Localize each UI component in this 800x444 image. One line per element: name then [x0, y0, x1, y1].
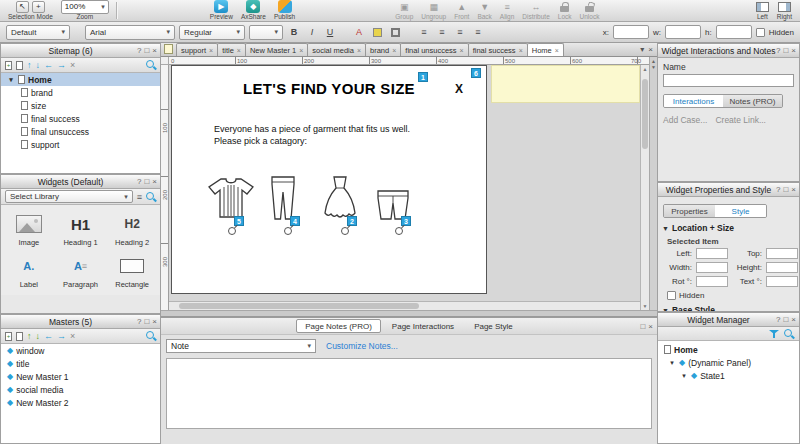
w-input[interactable] [665, 25, 701, 39]
height-field-input[interactable] [766, 262, 798, 273]
float-panel-icon[interactable]: □ [144, 317, 149, 326]
sitemap-item-brand[interactable]: brand [1, 86, 160, 99]
note-type-select[interactable]: Note ▾ [166, 339, 316, 353]
back-button[interactable]: ▼ Back [473, 0, 495, 21]
tab-page-interactions[interactable]: Page Interactions [383, 319, 463, 333]
indent-icon[interactable]: → [57, 60, 66, 70]
connector-mode-button[interactable]: + [32, 1, 45, 13]
text-color-icon[interactable]: A [352, 25, 366, 39]
style-preset-select[interactable]: Default ▾ [6, 25, 70, 40]
right-pane-toggle[interactable]: Right [773, 0, 796, 21]
tab-title[interactable]: title × [217, 43, 246, 56]
tab-notes-pro[interactable]: Notes (PRO) [723, 95, 782, 107]
wireframe-page[interactable]: LET'S FIND YOUR SIZE 1 X 6 Everyone has … [171, 65, 487, 294]
help-icon[interactable]: ? [137, 177, 141, 186]
add-folder-icon[interactable] [16, 332, 23, 341]
axshare-icon[interactable]: ◆ [246, 0, 260, 13]
master-item-window[interactable]: ◆ window [1, 344, 160, 357]
border-color-icon[interactable] [388, 25, 402, 39]
italic-icon[interactable]: I [305, 25, 319, 39]
wireframe-close-x[interactable]: X [455, 82, 463, 96]
radio-dress[interactable] [341, 227, 349, 235]
left-pane-toggle[interactable]: Left [752, 0, 773, 21]
add-folder-icon[interactable] [16, 61, 23, 70]
float-panel-icon[interactable]: □ [783, 46, 788, 55]
h-input[interactable] [716, 25, 752, 39]
scrollbar-thumb[interactable] [179, 303, 419, 309]
float-panel-icon[interactable]: □ [783, 185, 788, 194]
scroll-up-icon[interactable]: ▲ [641, 66, 649, 72]
width-field-input[interactable] [696, 262, 728, 273]
top-field-input[interactable] [766, 248, 798, 259]
tab-interactions[interactable]: Interactions [664, 95, 723, 107]
tab-support[interactable]: support × [176, 43, 218, 56]
align-left-icon[interactable]: ≡ [417, 25, 431, 39]
delete-page-icon[interactable]: × [70, 60, 75, 70]
delete-master-icon[interactable]: × [70, 331, 75, 341]
tab-brand[interactable]: brand × [365, 43, 401, 56]
close-panel-icon[interactable]: × [791, 185, 796, 194]
tab-properties[interactable]: Properties [664, 205, 715, 217]
fill-color-icon[interactable] [370, 25, 384, 39]
wireframe-body-text[interactable]: Everyone has a piece of garment that fit… [214, 123, 410, 147]
add-case-link[interactable]: Add Case... [663, 115, 707, 125]
distribute-button[interactable]: ↔ Distribute [518, 0, 553, 21]
tab-close-icon[interactable]: × [460, 47, 464, 54]
widget-label-widget[interactable]: A. Label [3, 250, 55, 292]
widget-name-input[interactable] [663, 74, 794, 87]
help-icon[interactable]: ? [776, 46, 780, 55]
dress-icon[interactable] [322, 176, 358, 220]
float-panel-icon[interactable]: □ [144, 177, 149, 186]
publish-icon[interactable] [278, 0, 292, 13]
x-input[interactable] [613, 25, 649, 39]
preview-icon[interactable]: ▶ [214, 0, 228, 13]
help-icon[interactable]: ? [776, 315, 780, 324]
tab-close-icon[interactable]: × [209, 47, 213, 54]
sitemap-item-final-unsuccess[interactable]: final unsuccess [1, 125, 160, 138]
outdent-icon[interactable]: ← [44, 331, 53, 341]
tab-close-icon[interactable]: × [357, 47, 361, 54]
expander-icon[interactable]: ▾ [680, 372, 688, 380]
float-panel-icon[interactable]: □ [144, 46, 149, 55]
widget-rectangle[interactable]: Rectangle [106, 250, 158, 292]
left-field-input[interactable] [696, 248, 728, 259]
scroll-down-icon[interactable]: ▼ [641, 303, 649, 309]
location-size-section[interactable]: ▼ Location + Size [662, 223, 795, 233]
selection-mode-button[interactable]: ↖ [16, 1, 29, 13]
close-panel-icon[interactable]: × [791, 315, 796, 324]
master-item-title[interactable]: ◆ title [1, 357, 160, 370]
master-item-new-master-1[interactable]: ◆ New Master 1 [1, 370, 160, 383]
zoom-select[interactable]: 100% ▾ [61, 0, 109, 14]
yellow-widget[interactable] [491, 65, 640, 103]
tshirt-icon[interactable] [208, 178, 254, 218]
rot-field-input[interactable] [696, 276, 728, 287]
close-panel-icon[interactable]: × [648, 322, 653, 331]
collapse-down-icon[interactable]: ▼ [651, 65, 656, 70]
move-down-icon[interactable]: ↓ [36, 60, 41, 70]
sitemap-item-size[interactable]: size [1, 99, 160, 112]
widget-heading-1[interactable]: H1 Heading 1 [55, 208, 107, 250]
master-item-social-media[interactable]: ◆ social media [1, 383, 160, 396]
ungroup-button[interactable]: ▦ Ungroup [417, 0, 450, 21]
bullet-list-icon[interactable]: ≡ [471, 25, 485, 39]
widget-paragraph[interactable]: A≡ Paragraph [55, 250, 107, 292]
tab-close-icon[interactable]: × [555, 47, 559, 54]
move-up-icon[interactable]: ↑ [27, 331, 32, 341]
customize-notes-link[interactable]: Customize Notes... [326, 341, 398, 351]
radio-shorts[interactable] [395, 227, 403, 235]
unlock-button[interactable]: Unlock [576, 0, 604, 21]
add-master-icon[interactable] [5, 332, 12, 341]
search-icon[interactable] [146, 331, 156, 341]
search-icon[interactable] [146, 192, 156, 202]
tab-final-unsuccess[interactable]: final unsuccess × [400, 43, 468, 56]
search-icon[interactable] [784, 329, 794, 339]
close-tab-icon[interactable]: × [648, 45, 653, 54]
tab-style[interactable]: Style [715, 205, 766, 217]
sitemap-item-home[interactable]: ▾ Home [1, 73, 160, 86]
help-icon[interactable]: ? [137, 317, 141, 326]
close-panel-icon[interactable]: × [152, 177, 157, 186]
underline-icon[interactable]: U [323, 25, 337, 39]
scrollbar-thumb[interactable] [642, 79, 648, 149]
align-button[interactable]: ≡ Align [496, 0, 518, 21]
move-down-icon[interactable]: ↓ [36, 331, 41, 341]
